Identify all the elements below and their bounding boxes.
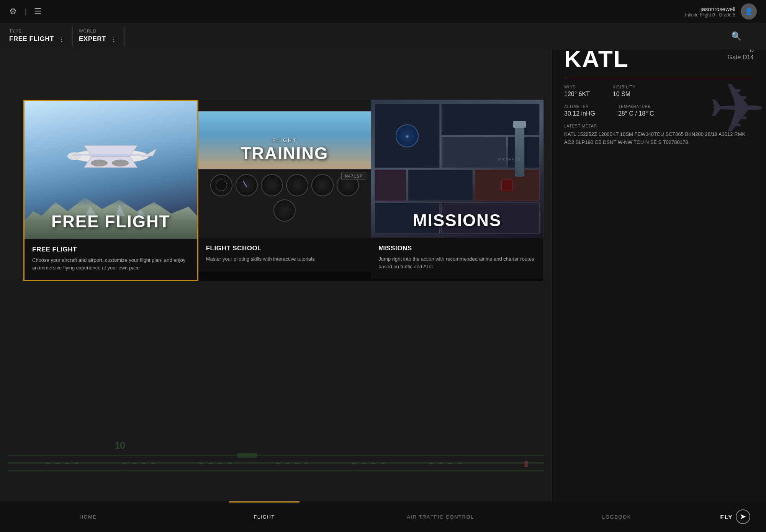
training-info-desc: Master your piloting skills with interac… bbox=[206, 255, 363, 263]
type-value: FREE FLIGHT bbox=[9, 35, 54, 43]
svg-text:10: 10 bbox=[115, 440, 125, 450]
missions-image: ◉ SHEMAN 18 bbox=[371, 100, 543, 238]
missions-title: MISSIONS bbox=[371, 211, 543, 230]
panel-divider bbox=[564, 77, 754, 77]
fly-button-inner: FLY ➤ bbox=[720, 509, 751, 524]
training-subtitle: FLIGHT bbox=[198, 137, 371, 143]
nav-atc[interactable]: AIR TRAFFIC CONTROL bbox=[352, 501, 529, 532]
svg-point-31 bbox=[112, 160, 129, 166]
world-menu-button[interactable]: ⋮ bbox=[109, 34, 118, 44]
search-button[interactable]: 🔍 bbox=[731, 31, 741, 41]
metar-value: KATL 152252Z 12006KT 10SM FEW040TCU SCT0… bbox=[564, 131, 754, 147]
svg-rect-24 bbox=[525, 461, 528, 467]
free-flight-info: FREE FLIGHT Choose your aircraft and air… bbox=[25, 239, 197, 280]
top-bar: ⚙ | ☰ jasonrosewell Infinite Flight 0 · … bbox=[0, 0, 766, 23]
type-label: TYPE bbox=[9, 29, 66, 33]
altimeter-item: ALTIMETER 30.12 inHG bbox=[564, 104, 595, 117]
free-flight-image: FREE FLIGHT bbox=[25, 101, 197, 239]
type-filter-inner: FREE FLIGHT ⋮ bbox=[9, 34, 66, 44]
wind-item: WIND 120° 6KT bbox=[564, 85, 590, 98]
nav-home-label: HOME bbox=[80, 514, 97, 520]
flight-mode-cards: FREE FLIGHT FREE FLIGHT Choose your airc… bbox=[23, 100, 543, 281]
world-label: WORLD bbox=[79, 29, 118, 33]
missions-info: MISSIONS Jump right into the action with… bbox=[371, 238, 543, 279]
free-flight-info-title: FREE FLIGHT bbox=[32, 246, 190, 253]
user-name: jasonrosewell bbox=[685, 6, 735, 12]
visibility-item: VISIBILITY 10 SM bbox=[613, 85, 635, 98]
world-filter-inner: EXPERT ⋮ bbox=[79, 34, 118, 44]
weather-altimeter-row: ALTIMETER 30.12 inHG TEMPERATURE 28° C /… bbox=[564, 104, 754, 117]
metar-section: LATEST METAR KATL 152252Z 12006KT 10SM F… bbox=[564, 124, 754, 147]
plane-svg bbox=[61, 137, 160, 175]
top-bar-right: jasonrosewell Infinite Flight 0 · Grade … bbox=[685, 3, 757, 20]
world-filter-group: WORLD EXPERT ⋮ bbox=[79, 26, 125, 47]
svg-point-30 bbox=[91, 160, 108, 166]
runway-area: 10 bbox=[0, 425, 552, 501]
type-menu-button[interactable]: ⋮ bbox=[57, 34, 66, 44]
nav-flight[interactable]: FLIGHT bbox=[176, 501, 352, 532]
missions-card[interactable]: ◉ SHEMAN 18 bbox=[371, 100, 543, 281]
temperature-value: 28° C / 18° C bbox=[618, 110, 654, 117]
missions-title-overlay: MISSIONS bbox=[371, 211, 543, 230]
right-panel: NEW FLIGHT Hartsfield-Jackson Atlanta In… bbox=[552, 23, 766, 501]
altimeter-label: ALTIMETER bbox=[564, 104, 595, 109]
altimeter-value: 30.12 inHG bbox=[564, 110, 595, 117]
metar-label: LATEST METAR bbox=[564, 124, 754, 128]
log-icon[interactable]: ☰ bbox=[34, 7, 42, 16]
fly-arrow-icon: ➤ bbox=[740, 512, 746, 521]
nav-logbook-label: LOGBOOK bbox=[602, 514, 631, 520]
free-flight-title-overlay: FREE FLIGHT bbox=[25, 212, 197, 231]
filter-bar: TYPE FREE FLIGHT ⋮ WORLD EXPERT ⋮ 🔍 bbox=[0, 23, 766, 50]
divider: | bbox=[25, 7, 26, 16]
nav-logbook[interactable]: LOGBOOK bbox=[529, 501, 705, 532]
missions-info-title: MISSIONS bbox=[378, 245, 536, 252]
training-title: TRAINING bbox=[198, 144, 371, 163]
top-bar-left: ⚙ | ☰ bbox=[9, 7, 42, 16]
avatar: 👤 bbox=[741, 3, 757, 20]
svg-rect-33 bbox=[72, 154, 141, 156]
gate-number: Gate D14 bbox=[728, 54, 754, 61]
airport-code: KATL bbox=[564, 47, 629, 71]
training-info: FLIGHT SCHOOL Master your piloting skill… bbox=[198, 238, 371, 271]
weather-wind-row: WIND 120° 6KT VISIBILITY 10 SM bbox=[564, 85, 754, 98]
temperature-label: TEMPERATURE bbox=[618, 104, 654, 109]
training-card[interactable]: N471SP FLIGHT TRAINING FLIGHT SCHOOL Mas… bbox=[198, 100, 371, 281]
free-flight-title: FREE FLIGHT bbox=[25, 212, 197, 231]
training-image: N471SP FLIGHT TRAINING bbox=[198, 100, 371, 238]
bottom-nav: HOME FLIGHT AIR TRAFFIC CONTROL LOGBOOK … bbox=[0, 501, 766, 532]
flight-mode-modal: FREE FLIGHT FREE FLIGHT Choose your airc… bbox=[23, 100, 544, 281]
user-grade: Infinite Flight 0 · Grade 5 bbox=[685, 12, 735, 18]
training-info-title: FLIGHT SCHOOL bbox=[206, 245, 363, 252]
nav-flight-label: FLIGHT bbox=[254, 514, 275, 520]
nav-home[interactable]: HOME bbox=[0, 501, 176, 532]
fly-arrow-circle: ➤ bbox=[736, 509, 750, 524]
free-flight-info-desc: Choose your aircraft and airport, custom… bbox=[32, 256, 190, 271]
nav-fly-button[interactable]: FLY ➤ bbox=[705, 501, 766, 532]
settings-icon[interactable]: ⚙ bbox=[9, 7, 17, 16]
nav-atc-label: AIR TRAFFIC CONTROL bbox=[407, 514, 474, 520]
temperature-item: TEMPERATURE 28° C / 18° C bbox=[618, 104, 654, 117]
user-info: jasonrosewell Infinite Flight 0 · Grade … bbox=[685, 6, 735, 18]
free-flight-card[interactable]: FREE FLIGHT FREE FLIGHT Choose your airc… bbox=[23, 100, 198, 281]
training-title-overlay: FLIGHT TRAINING bbox=[198, 137, 371, 163]
world-value: EXPERT bbox=[79, 35, 106, 43]
type-filter-group: TYPE FREE FLIGHT ⋮ bbox=[9, 26, 73, 47]
weather-section: WIND 120° 6KT VISIBILITY 10 SM ALTIMETER… bbox=[564, 85, 754, 147]
svg-rect-25 bbox=[237, 454, 257, 457]
fly-label: FLY bbox=[720, 514, 733, 520]
missions-info-desc: Jump right into the action with recommen… bbox=[378, 255, 536, 270]
